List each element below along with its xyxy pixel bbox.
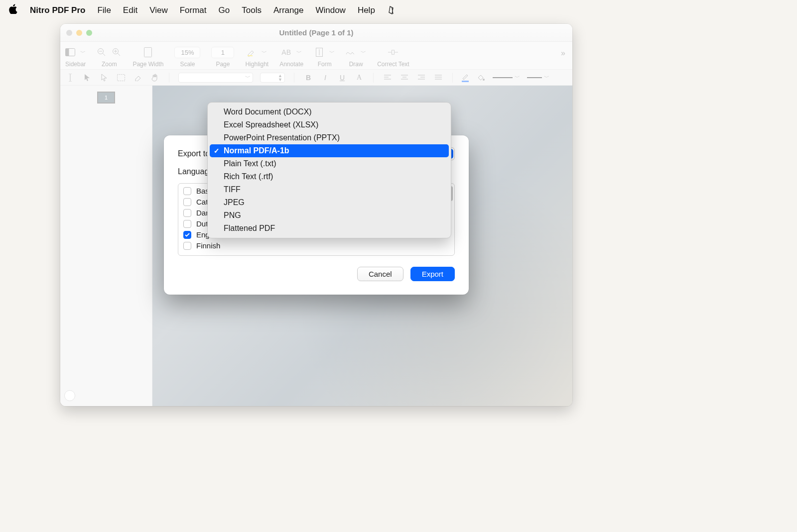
svg-line-6 xyxy=(118,53,120,56)
svg-rect-16 xyxy=(118,74,125,81)
window-close-button[interactable] xyxy=(66,30,72,36)
menu-view[interactable]: View xyxy=(149,5,168,15)
window-minimize-button[interactable] xyxy=(76,30,82,36)
pagewidth-icon xyxy=(143,47,153,57)
svg-rect-1 xyxy=(66,49,69,56)
checkbox[interactable] xyxy=(183,209,191,217)
tool-draw-label: Draw xyxy=(349,61,363,68)
menu-edit[interactable]: Edit xyxy=(123,5,137,15)
menubar-extra-icon[interactable] xyxy=(387,6,395,15)
zoom-in-icon[interactable] xyxy=(112,47,122,57)
text-cursor-icon[interactable] xyxy=(65,73,75,83)
toolbar: ﹀ Sidebar Zoom Page Width 15% Scale 1 Pa… xyxy=(60,42,572,70)
menu-tools[interactable]: Tools xyxy=(242,5,262,15)
draw-icon xyxy=(346,47,356,57)
dropdown-option[interactable]: Excel Spreadsheet (XLSX) xyxy=(210,118,449,131)
checkbox[interactable] xyxy=(183,187,191,195)
eraser-icon[interactable] xyxy=(133,73,143,83)
tool-sidebar[interactable]: ﹀ Sidebar xyxy=(65,45,86,68)
tool-annotate-label: Annotate xyxy=(279,61,303,68)
text-color-button[interactable] xyxy=(462,73,469,82)
checkbox[interactable] xyxy=(183,198,191,206)
dropdown-option[interactable]: JPEG xyxy=(210,196,449,209)
sidebar-icon xyxy=(65,47,75,57)
form-icon xyxy=(314,47,324,57)
font-style-button[interactable]: A xyxy=(354,73,364,83)
svg-rect-10 xyxy=(248,55,253,56)
tool-correct[interactable]: Correct Text xyxy=(377,45,409,68)
align-left-icon[interactable] xyxy=(383,73,393,83)
italic-button[interactable]: I xyxy=(320,73,330,83)
tool-draw[interactable]: ﹀ Draw xyxy=(346,45,366,68)
scale-value[interactable]: 15% xyxy=(174,47,200,58)
mac-menubar: Nitro PDF Pro File Edit View Format Go T… xyxy=(9,4,395,16)
align-right-icon[interactable] xyxy=(416,73,426,83)
tool-scale-label: Scale xyxy=(180,61,195,68)
menu-app-name[interactable]: Nitro PDF Pro xyxy=(30,5,85,15)
tool-pagewidth-label: Page Width xyxy=(133,61,163,68)
dropdown-option[interactable]: TIFF xyxy=(210,183,449,196)
chevron-down-icon: ﹀ xyxy=(296,49,302,56)
menu-help[interactable]: Help xyxy=(358,5,375,15)
line-weight-select[interactable]: ﹀ xyxy=(493,74,520,81)
underline-button[interactable]: U xyxy=(337,73,347,83)
fill-color-button[interactable] xyxy=(476,73,486,83)
dropdown-option[interactable]: Rich Text (.rtf) xyxy=(210,170,449,183)
pointer-outline-icon[interactable] xyxy=(99,73,109,83)
apple-icon[interactable] xyxy=(9,4,18,16)
tool-page[interactable]: 1 Page xyxy=(211,45,234,68)
align-center-icon[interactable] xyxy=(399,73,409,83)
line-style-select[interactable]: ﹀ xyxy=(527,74,549,81)
cancel-button[interactable]: Cancel xyxy=(357,267,403,281)
align-justify-icon[interactable] xyxy=(433,73,443,83)
chevron-down-icon: ﹀ xyxy=(361,49,366,56)
tool-sidebar-label: Sidebar xyxy=(65,61,86,68)
tool-zoom[interactable]: Zoom xyxy=(97,45,122,68)
checkbox[interactable] xyxy=(183,231,191,239)
dropdown-option[interactable]: Plain Text (.txt) xyxy=(210,157,449,170)
correct-text-icon xyxy=(388,47,398,57)
tool-pagewidth[interactable]: Page Width xyxy=(133,45,163,68)
tool-highlight-label: Highlight xyxy=(245,61,268,68)
dropdown-option[interactable]: PNG xyxy=(210,209,449,222)
export-button[interactable]: Export xyxy=(410,267,455,281)
language-option[interactable]: Finnish xyxy=(183,241,449,250)
dropdown-option[interactable]: Word Document (DOCX) xyxy=(210,106,449,118)
annotate-icon: AB xyxy=(281,47,291,57)
menu-go[interactable]: Go xyxy=(219,5,230,15)
dropdown-option[interactable]: Normal PDF/A-1b xyxy=(210,144,449,157)
svg-point-17 xyxy=(483,79,485,81)
window-controls xyxy=(66,30,92,36)
svg-rect-9 xyxy=(144,48,152,57)
page-value[interactable]: 1 xyxy=(211,47,234,58)
dropdown-option[interactable]: Flattened PDF xyxy=(210,222,449,235)
marquee-icon[interactable] xyxy=(116,73,126,83)
tool-highlight[interactable]: ﹀ Highlight xyxy=(245,45,268,68)
hand-icon[interactable] xyxy=(150,73,160,83)
checkbox[interactable] xyxy=(183,220,191,228)
subtoolbar: ﹀ ▲▼ B I U A ﹀ ﹀ xyxy=(60,70,572,86)
thumbnail-pane[interactable]: 1 xyxy=(60,86,152,406)
checkbox[interactable] xyxy=(183,242,191,250)
font-select[interactable]: ﹀ xyxy=(178,73,253,83)
tool-zoom-label: Zoom xyxy=(102,61,117,68)
thumb-page-number: 1 xyxy=(105,95,108,101)
zoom-out-icon[interactable] xyxy=(97,47,107,57)
pointer-icon[interactable] xyxy=(82,73,92,83)
tool-form[interactable]: ﹀ Form xyxy=(314,45,335,68)
menu-format[interactable]: Format xyxy=(180,5,207,15)
menu-file[interactable]: File xyxy=(97,5,111,15)
chevron-down-icon: ﹀ xyxy=(329,49,335,56)
bold-button[interactable]: B xyxy=(303,73,313,83)
tool-form-label: Form xyxy=(318,61,332,68)
menu-window[interactable]: Window xyxy=(315,5,345,15)
dropdown-option[interactable]: PowerPoint Presentation (PPTX) xyxy=(210,131,449,144)
tool-annotate[interactable]: AB ﹀ Annotate xyxy=(279,45,303,68)
window-zoom-button[interactable] xyxy=(86,30,92,36)
page-thumbnail[interactable]: 1 xyxy=(97,92,115,104)
tool-scale[interactable]: 15% Scale xyxy=(174,45,200,68)
fontsize-select[interactable]: ▲▼ xyxy=(260,73,285,83)
menu-arrange[interactable]: Arrange xyxy=(273,5,303,15)
zoom-slider-knob[interactable] xyxy=(64,390,75,401)
toolbar-overflow-button[interactable]: » xyxy=(561,45,567,58)
